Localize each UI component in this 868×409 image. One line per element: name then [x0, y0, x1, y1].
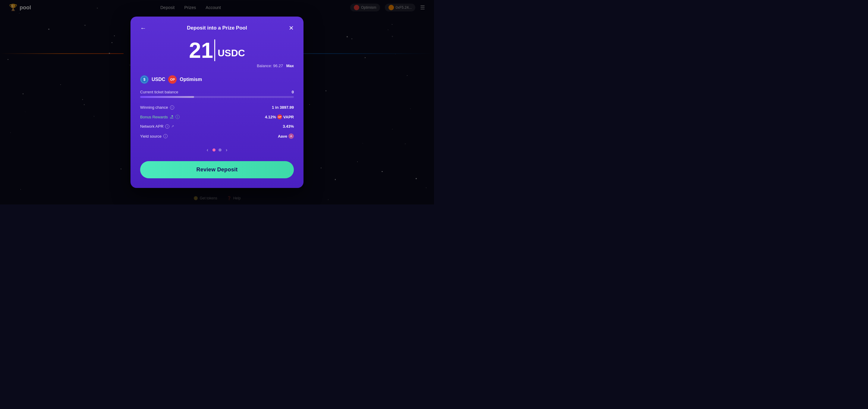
pagination-dot-1[interactable] [213, 148, 216, 151]
winning-chance-value: 1 in 3897.99 [272, 105, 294, 110]
ticket-balance-value: 0 [292, 90, 294, 94]
token-network-row: $ USDC OP Optimism [140, 75, 294, 84]
network-apr-value: 3.43% [283, 124, 294, 129]
ticket-row: Current ticket balance 0 [140, 90, 294, 94]
ticket-balance-label: Current ticket balance [140, 90, 178, 94]
pagination: ‹ › [140, 146, 294, 154]
yield-source-label: Yield source i [140, 134, 167, 139]
close-button[interactable]: ✕ [289, 24, 294, 32]
bonus-rewards-info-icon[interactable]: i [176, 115, 180, 119]
network-apr-label: Network APR i ↗ [140, 124, 174, 129]
bonus-rewards-value: 4.12% OP VAPR [265, 114, 294, 119]
yield-source-row: Yield source i Aave A [140, 131, 294, 141]
yield-source-info-icon[interactable]: i [163, 134, 167, 138]
pagination-next[interactable]: › [224, 146, 228, 154]
optimism-network-icon: OP [168, 75, 177, 84]
progress-bar-fill [140, 96, 194, 98]
amount-number[interactable]: 21 [189, 39, 215, 61]
modal-overlay: ← Deposit into a Prize Pool ✕ 21 USDC Ba… [0, 0, 434, 205]
stats-section: Winning chance i 1 in 3897.99 Bonus Rewa… [140, 103, 294, 141]
pagination-prev[interactable]: ‹ [206, 146, 210, 154]
usdc-token-icon: $ [140, 75, 149, 84]
network-apr-info-icon[interactable]: i [165, 125, 169, 129]
progress-bar [140, 96, 294, 98]
yield-source-value: Aave A [278, 133, 294, 139]
aave-icon: A [288, 133, 294, 139]
bonus-rewards-label: Bonus Rewards 🏖 i [140, 115, 180, 119]
pagination-dot-2[interactable] [218, 148, 221, 151]
winning-chance-info-icon[interactable]: i [170, 105, 174, 110]
balance-row: Balance: 96.27 Max [140, 64, 294, 68]
deposit-modal: ← Deposit into a Prize Pool ✕ 21 USDC Ba… [130, 16, 304, 188]
network-name: Optimism [180, 77, 202, 82]
back-button[interactable]: ← [140, 25, 146, 32]
amount-container: 21 USDC [140, 39, 294, 61]
op-icon-small: OP [277, 114, 282, 119]
amount-display: 21 USDC [189, 39, 245, 61]
modal-header: ← Deposit into a Prize Pool ✕ [140, 25, 294, 31]
bonus-rewards-row: Bonus Rewards 🏖 i 4.12% OP VAPR [140, 112, 294, 122]
winning-chance-row: Winning chance i 1 in 3897.99 [140, 103, 294, 112]
max-button[interactable]: Max [286, 64, 294, 68]
token-name: USDC [152, 77, 165, 82]
review-deposit-button[interactable]: Review Deposit [140, 161, 294, 178]
network-apr-row: Network APR i ↗ 3.43% [140, 122, 294, 131]
amount-currency: USDC [218, 47, 245, 61]
bonus-rewards-emoji: 🏖 [170, 115, 174, 119]
balance-label: Balance: 96.27 [257, 64, 283, 68]
modal-title: Deposit into a Prize Pool [187, 25, 247, 31]
network-apr-external-icon[interactable]: ↗ [171, 125, 174, 128]
winning-chance-label: Winning chance i [140, 105, 174, 110]
